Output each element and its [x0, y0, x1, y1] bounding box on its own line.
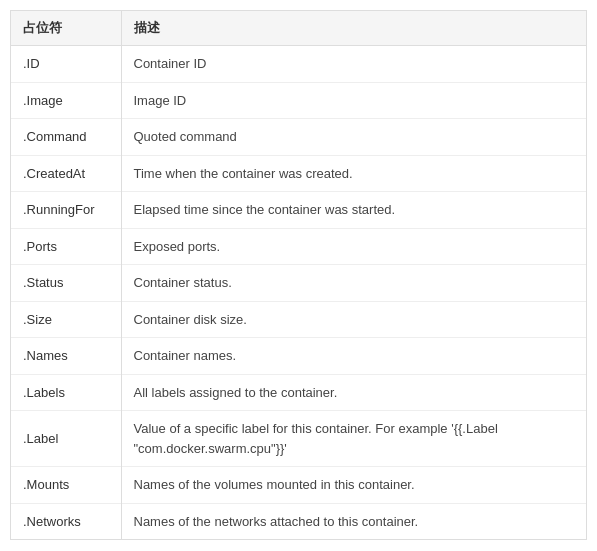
- table-header-row: 占位符 描述: [11, 11, 586, 46]
- table-row: .LabelValue of a specific label for this…: [11, 411, 586, 467]
- column-header-description: 描述: [121, 11, 586, 46]
- cell-placeholder: .Status: [11, 265, 121, 302]
- cell-placeholder: .Size: [11, 301, 121, 338]
- cell-description: Container ID: [121, 46, 586, 83]
- cell-placeholder: .RunningFor: [11, 192, 121, 229]
- table-row: .CommandQuoted command: [11, 119, 586, 156]
- cell-placeholder: .Labels: [11, 374, 121, 411]
- cell-description: All labels assigned to the container.: [121, 374, 586, 411]
- cell-description: Elapsed time since the container was sta…: [121, 192, 586, 229]
- table-row: .PortsExposed ports.: [11, 228, 586, 265]
- cell-placeholder: .Label: [11, 411, 121, 467]
- cell-description: Names of the networks attached to this c…: [121, 503, 586, 539]
- cell-placeholder: .CreatedAt: [11, 155, 121, 192]
- table-row: .StatusContainer status.: [11, 265, 586, 302]
- cell-description: Names of the volumes mounted in this con…: [121, 467, 586, 504]
- cell-description: Container disk size.: [121, 301, 586, 338]
- cell-description: Exposed ports.: [121, 228, 586, 265]
- table-row: .MountsNames of the volumes mounted in t…: [11, 467, 586, 504]
- table-row: .ImageImage ID: [11, 82, 586, 119]
- column-header-placeholder: 占位符: [11, 11, 121, 46]
- placeholder-table-container: 占位符 描述 .IDContainer ID.ImageImage ID.Com…: [10, 10, 587, 540]
- table-row: .SizeContainer disk size.: [11, 301, 586, 338]
- cell-placeholder: .Command: [11, 119, 121, 156]
- placeholder-table: 占位符 描述 .IDContainer ID.ImageImage ID.Com…: [11, 11, 586, 539]
- cell-description: Quoted command: [121, 119, 586, 156]
- cell-description: Image ID: [121, 82, 586, 119]
- cell-description: Container names.: [121, 338, 586, 375]
- cell-placeholder: .Mounts: [11, 467, 121, 504]
- table-row: .CreatedAtTime when the container was cr…: [11, 155, 586, 192]
- table-row: .RunningForElapsed time since the contai…: [11, 192, 586, 229]
- cell-placeholder: .Names: [11, 338, 121, 375]
- cell-description: Value of a specific label for this conta…: [121, 411, 586, 467]
- table-row: .LabelsAll labels assigned to the contai…: [11, 374, 586, 411]
- table-body: .IDContainer ID.ImageImage ID.CommandQuo…: [11, 46, 586, 540]
- cell-description: Container status.: [121, 265, 586, 302]
- cell-placeholder: .Ports: [11, 228, 121, 265]
- cell-placeholder: .Networks: [11, 503, 121, 539]
- cell-placeholder: .ID: [11, 46, 121, 83]
- cell-placeholder: .Image: [11, 82, 121, 119]
- cell-description: Time when the container was created.: [121, 155, 586, 192]
- table-row: .NetworksNames of the networks attached …: [11, 503, 586, 539]
- table-row: .IDContainer ID: [11, 46, 586, 83]
- table-row: .NamesContainer names.: [11, 338, 586, 375]
